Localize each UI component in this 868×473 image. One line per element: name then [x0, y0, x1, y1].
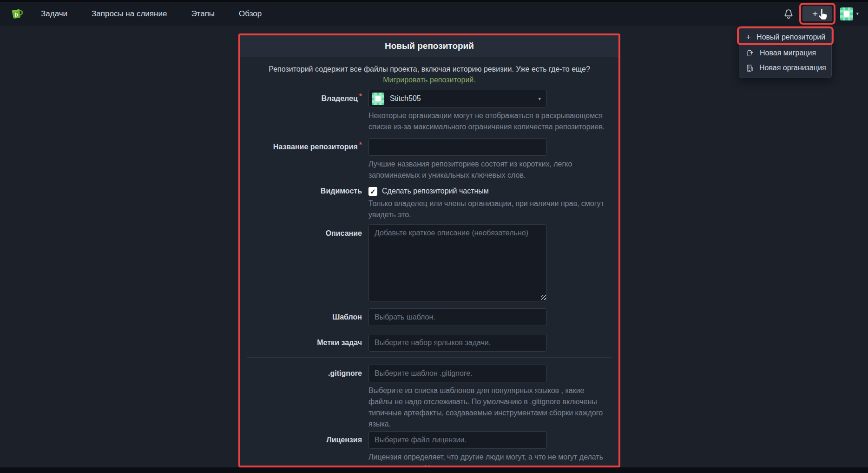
gitignore-help-text: Выберите из списка шаблонов для популярн…: [368, 385, 606, 430]
avatar: [840, 7, 853, 20]
owner-row: Владелец* Stitch505 ▾: [240, 90, 618, 133]
private-checkbox[interactable]: ✓: [368, 187, 377, 196]
label-text: Владелец: [321, 94, 357, 102]
user-avatar-menu[interactable]: ▾: [840, 7, 859, 20]
license-row: Лицензия Лицензия определяет, что другие…: [240, 431, 618, 467]
menu-item-new-migration[interactable]: Новая миграция: [739, 46, 831, 60]
form-intro: Репозиторий содержит все файлы проекта, …: [260, 64, 599, 85]
menu-item-label: Новая организация: [759, 64, 826, 72]
issue-labels-label: Метки задач: [240, 334, 368, 352]
template-input[interactable]: [368, 308, 547, 326]
template-row: Шаблон: [240, 308, 618, 326]
menu-item-new-repository[interactable]: + Новый репозиторий: [739, 29, 831, 46]
issue-labels-input[interactable]: [368, 334, 547, 352]
nav-link-explore[interactable]: Обзор: [239, 9, 262, 19]
required-mark: *: [359, 93, 362, 100]
template-label: Шаблон: [240, 308, 368, 326]
menu-item-new-organization[interactable]: Новая организация: [739, 60, 831, 75]
repo-name-input[interactable]: [368, 138, 547, 156]
owner-help-text: Некоторые организации могут не отображат…: [368, 110, 606, 133]
chevron-down-icon: ▾: [820, 11, 823, 17]
nav-link-milestones[interactable]: Этапы: [191, 9, 215, 19]
gitignore-row: .gitignore Выберите из списка шаблонов д…: [240, 365, 618, 430]
notifications-bell-icon[interactable]: [783, 8, 795, 20]
label-text: Название репозитория: [273, 143, 358, 151]
gitignore-label: .gitignore: [240, 365, 368, 430]
chevron-down-icon: ▾: [538, 96, 541, 102]
chevron-down-icon: ▾: [856, 11, 859, 17]
navbar: b Задачи Запросы на слияние Этапы Обзор …: [0, 2, 868, 26]
page-title: Новый репозиторий: [385, 41, 474, 51]
owner-avatar: [372, 93, 384, 105]
description-row: Описание: [240, 224, 618, 301]
repo-name-help-text: Лучшие названия репозиториев состоят из …: [368, 159, 606, 181]
license-input[interactable]: [368, 431, 547, 449]
issue-labels-row: Метки задач: [240, 334, 618, 352]
organization-icon: [746, 64, 754, 72]
menu-item-label: Новый репозиторий: [756, 33, 825, 41]
migrate-repository-link[interactable]: Мигрировать репозиторий.: [383, 76, 475, 84]
private-checkbox-label[interactable]: Сделать репозиторий частным: [382, 187, 489, 195]
plus-icon: +: [812, 9, 818, 19]
visibility-help-text: Только владелец или члены организации, п…: [368, 198, 606, 220]
navbar-right: + ▾ ▾: [783, 3, 859, 25]
intro-text: Репозиторий содержит все файлы проекта, …: [269, 65, 590, 73]
window-top-strip: [0, 0, 868, 2]
gitea-logo-icon[interactable]: b: [9, 7, 24, 21]
new-repository-form: Новый репозиторий Репозиторий содержит в…: [238, 33, 620, 467]
annotation-box-plus-button: + ▾: [799, 3, 835, 25]
visibility-row: Видимость ✓ Сделать репозиторий частным …: [240, 186, 618, 220]
description-textarea[interactable]: [368, 224, 547, 301]
section-divider: [247, 357, 612, 358]
description-label: Описание: [240, 224, 368, 301]
repo-name-row: Название репозитория* Лучшие названия ре…: [240, 138, 618, 181]
owner-select-dropdown[interactable]: Stitch505 ▾: [368, 90, 547, 107]
nav-link-pull-requests[interactable]: Запросы на слияние: [92, 9, 167, 19]
owner-label: Владелец*: [240, 90, 368, 133]
license-help-body: Лицензия определяет, что другие люди мог…: [368, 453, 603, 467]
license-help-text: Лицензия определяет, что другие люди мог…: [368, 452, 606, 467]
menu-item-label: Новая миграция: [760, 49, 816, 57]
window-bottom-strip: [0, 467, 868, 473]
license-label: Лицензия: [240, 431, 368, 467]
create-new-button[interactable]: + ▾: [802, 6, 832, 21]
gitignore-input[interactable]: [368, 365, 547, 382]
required-mark: *: [359, 141, 362, 149]
create-new-dropdown-menu: + Новый репозиторий Новая миграция Новая…: [739, 26, 832, 78]
nav-link-issues[interactable]: Задачи: [41, 9, 67, 19]
plus-icon: +: [746, 32, 751, 42]
repo-name-label: Название репозитория*: [240, 138, 368, 181]
form-header: Новый репозиторий: [240, 35, 618, 57]
migrate-icon: [746, 49, 754, 57]
owner-value: Stitch505: [390, 94, 533, 103]
visibility-label: Видимость: [240, 186, 368, 220]
check-icon: ✓: [370, 188, 376, 195]
nav-links: Задачи Запросы на слияние Этапы Обзор: [41, 9, 262, 19]
